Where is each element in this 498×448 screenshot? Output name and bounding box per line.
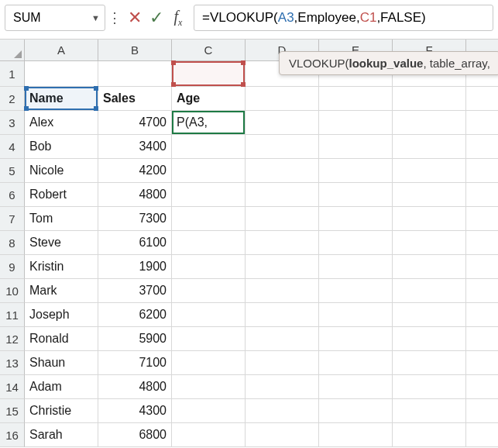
cell[interactable]: 3400 (98, 135, 172, 159)
row-header[interactable]: 5 (0, 159, 25, 183)
cell[interactable] (172, 351, 246, 375)
cell[interactable]: Bob (25, 135, 98, 159)
cell[interactable] (246, 279, 319, 303)
cell[interactable] (319, 231, 393, 255)
column-header[interactable]: C (172, 40, 246, 61)
cell[interactable] (393, 207, 466, 231)
row-header[interactable]: 14 (0, 375, 25, 399)
row-header[interactable]: 9 (0, 255, 25, 279)
cell[interactable] (172, 399, 246, 423)
cell[interactable] (466, 303, 498, 327)
cell-editing[interactable]: P(A3, (172, 111, 246, 135)
cell[interactable]: Ronald (25, 327, 98, 351)
cell[interactable] (319, 111, 393, 135)
cell[interactable] (319, 303, 393, 327)
cell[interactable] (393, 111, 466, 135)
cell[interactable] (246, 255, 319, 279)
cell[interactable] (319, 183, 393, 207)
row-header[interactable]: 16 (0, 423, 25, 447)
cell-header-name[interactable]: Name (25, 87, 98, 111)
cell[interactable]: 5900 (98, 327, 172, 351)
cell[interactable] (393, 231, 466, 255)
cell[interactable] (172, 183, 246, 207)
cell[interactable] (393, 159, 466, 183)
name-box[interactable]: SUM ▼ (5, 5, 105, 31)
cell[interactable]: Sarah (25, 423, 98, 447)
fx-icon[interactable]: fx (167, 7, 189, 29)
cell[interactable]: 4800 (98, 375, 172, 399)
cell[interactable]: Joseph (25, 303, 98, 327)
cell[interactable]: Kristin (25, 255, 98, 279)
cell[interactable] (172, 255, 246, 279)
cell[interactable] (172, 279, 246, 303)
row-header[interactable]: 6 (0, 183, 25, 207)
select-all-corner[interactable] (0, 40, 25, 61)
column-header[interactable]: A (25, 40, 98, 61)
cell[interactable]: Nicole (25, 159, 98, 183)
cell[interactable] (172, 231, 246, 255)
cell[interactable]: 7100 (98, 351, 172, 375)
cell[interactable] (172, 207, 246, 231)
cell[interactable] (25, 61, 98, 87)
cell[interactable]: Robert (25, 183, 98, 207)
cell[interactable] (246, 327, 319, 351)
row-header[interactable]: 1 (0, 61, 25, 87)
cell[interactable] (172, 423, 246, 447)
row-header[interactable]: 7 (0, 207, 25, 231)
cell[interactable] (393, 399, 466, 423)
cell[interactable]: Alex (25, 111, 98, 135)
cell[interactable]: Mark (25, 279, 98, 303)
cell[interactable] (319, 87, 393, 111)
cell[interactable] (246, 207, 319, 231)
cell[interactable] (172, 61, 246, 87)
cell[interactable]: Shaun (25, 351, 98, 375)
cell[interactable] (319, 159, 393, 183)
cell[interactable] (319, 375, 393, 399)
cell[interactable] (466, 207, 498, 231)
cell[interactable] (466, 111, 498, 135)
chevron-down-icon[interactable]: ▼ (91, 13, 100, 22)
row-header[interactable]: 2 (0, 87, 25, 111)
cell[interactable] (466, 423, 498, 447)
cell[interactable]: 7300 (98, 207, 172, 231)
cell[interactable] (172, 327, 246, 351)
cell[interactable]: 6200 (98, 303, 172, 327)
cell[interactable] (393, 183, 466, 207)
cell[interactable] (319, 327, 393, 351)
cell[interactable] (466, 327, 498, 351)
cell[interactable] (246, 303, 319, 327)
row-header[interactable]: 12 (0, 327, 25, 351)
cell[interactable] (246, 111, 319, 135)
cell[interactable] (172, 375, 246, 399)
row-header[interactable]: 8 (0, 231, 25, 255)
cell[interactable] (466, 279, 498, 303)
cell[interactable] (246, 375, 319, 399)
cell[interactable]: 6800 (98, 423, 172, 447)
cell[interactable] (172, 159, 246, 183)
cell[interactable] (466, 135, 498, 159)
cell[interactable] (246, 183, 319, 207)
cell[interactable]: 4800 (98, 183, 172, 207)
cell[interactable] (246, 159, 319, 183)
cell[interactable] (172, 135, 246, 159)
cell[interactable] (393, 279, 466, 303)
cell-header-sales[interactable]: Sales (98, 87, 172, 111)
cell-header-age[interactable]: Age (172, 87, 246, 111)
cell[interactable] (466, 87, 498, 111)
cell[interactable] (246, 87, 319, 111)
cell[interactable] (466, 231, 498, 255)
cell[interactable] (393, 423, 466, 447)
row-header[interactable]: 15 (0, 399, 25, 423)
cell[interactable] (319, 135, 393, 159)
cell[interactable] (393, 87, 466, 111)
formula-input[interactable]: =VLOOKUP(A3,Employee,C1,FALSE) (194, 5, 493, 31)
cell[interactable] (466, 399, 498, 423)
cell[interactable] (466, 159, 498, 183)
cell[interactable] (466, 351, 498, 375)
cell[interactable] (393, 351, 466, 375)
cell[interactable] (393, 327, 466, 351)
cell[interactable] (466, 375, 498, 399)
cell[interactable] (393, 255, 466, 279)
cell[interactable]: 4700 (98, 111, 172, 135)
cell[interactable] (466, 183, 498, 207)
